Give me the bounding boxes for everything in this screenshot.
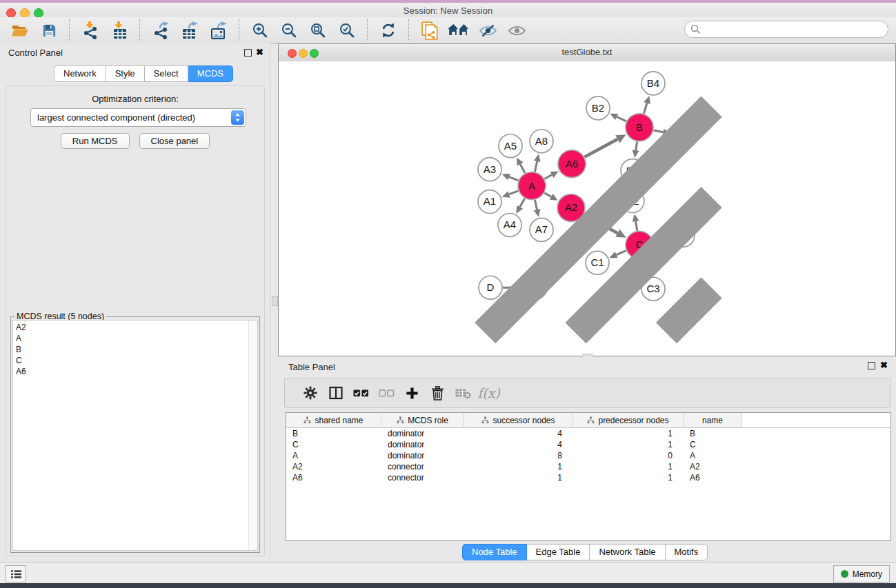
- home-button[interactable]: [444, 19, 473, 42]
- open-folder-icon: [11, 23, 29, 38]
- table-cell: B: [286, 428, 381, 439]
- column-type-icon: [481, 416, 489, 424]
- vertical-splitter-handle[interactable]: [272, 296, 278, 306]
- zoom-out-icon: [281, 22, 297, 39]
- column-header[interactable]: MCDS role: [381, 413, 464, 427]
- search-field: [684, 21, 888, 38]
- zoom-out-button[interactable]: [275, 19, 303, 42]
- columns-icon: [329, 386, 343, 400]
- export-table-icon: [181, 21, 199, 39]
- export-image-icon: [210, 21, 228, 39]
- import-table-button[interactable]: [105, 19, 134, 42]
- tab-select[interactable]: Select: [145, 65, 188, 82]
- control-panel-header: Control Panel ✖: [0, 43, 270, 61]
- table-body: Bdominator41BCdominator41CAdominator80AA…: [286, 428, 890, 483]
- run-mcds-button[interactable]: Run MCDS: [61, 133, 130, 149]
- control-panel-title: Control Panel: [8, 48, 63, 58]
- network-view-window: testGlobe.txt B4B2BB3A5A8A6B1A3AA1C2A2A4…: [278, 43, 896, 356]
- memory-label: Memory: [853, 569, 882, 579]
- table-cell: 1: [464, 472, 573, 483]
- column-header[interactable]: name: [684, 413, 742, 427]
- optimization-criterion-label: Optimization criterion:: [6, 94, 264, 104]
- resize-grip-icon[interactable]: [279, 61, 895, 356]
- select-all-button[interactable]: [348, 381, 374, 405]
- main-toolbar: [0, 17, 896, 44]
- column-type-icon: [303, 416, 311, 424]
- table-cell: 1: [464, 461, 573, 472]
- deselect-all-icon: [379, 389, 395, 397]
- trash-icon: [431, 386, 444, 401]
- tab-edge-table[interactable]: Edge Table: [527, 544, 590, 560]
- column-header[interactable]: successor nodes: [464, 413, 573, 427]
- open-session-button[interactable]: [6, 19, 34, 42]
- tab-network[interactable]: Network: [54, 65, 106, 82]
- select-all-icon: [353, 389, 369, 397]
- table-cell: dominator: [381, 450, 464, 461]
- float-panel-icon[interactable]: [244, 49, 252, 57]
- clone-network-button[interactable]: [415, 19, 444, 42]
- table-row[interactable]: Cdominator41C: [286, 439, 890, 450]
- close-table-panel-icon[interactable]: ✖: [880, 360, 888, 370]
- show-columns-button[interactable]: [323, 381, 348, 405]
- node-table[interactable]: shared nameMCDS rolesuccessor nodesprede…: [286, 412, 891, 541]
- result-item[interactable]: A2: [13, 322, 257, 333]
- result-item[interactable]: B: [13, 344, 257, 355]
- function-builder-button[interactable]: f(x): [476, 381, 501, 405]
- table-cell: A6: [286, 472, 381, 483]
- search-input[interactable]: [684, 21, 888, 38]
- zoom-fit-icon: [310, 22, 326, 39]
- table-cell: B: [684, 428, 742, 439]
- zoom-selected-icon: [339, 22, 355, 39]
- window-titlebar[interactable]: Session: New Session: [0, 3, 896, 18]
- criterion-select[interactable]: largest connected component (directed): [30, 108, 246, 127]
- create-column-button[interactable]: [399, 381, 425, 405]
- memory-button[interactable]: Memory: [833, 565, 890, 582]
- result-item[interactable]: A: [13, 333, 257, 344]
- column-type-icon: [397, 416, 404, 424]
- table-settings-button[interactable]: [297, 381, 323, 405]
- import-network-button[interactable]: [76, 19, 105, 42]
- zoom-fit-button[interactable]: [303, 19, 332, 42]
- float-table-panel-icon[interactable]: [868, 362, 875, 369]
- column-header[interactable]: predecessor nodes: [573, 413, 684, 427]
- close-panel-button[interactable]: Close panel: [139, 133, 210, 149]
- memory-status-icon: [841, 570, 848, 578]
- mcds-result-box: MCDS result (5 nodes) A2ABCA6: [10, 316, 260, 553]
- delete-table-button[interactable]: [450, 381, 476, 405]
- tab-style[interactable]: Style: [106, 65, 145, 82]
- table-cell: 8: [464, 450, 573, 461]
- task-history-button[interactable]: [6, 565, 26, 582]
- control-panel-tabs: Network Style Select MCDS: [54, 65, 233, 81]
- table-row[interactable]: Adominator80A: [286, 450, 890, 461]
- export-image-button[interactable]: [204, 19, 233, 42]
- delete-table-icon: [455, 387, 471, 399]
- table-row[interactable]: Bdominator41B: [286, 428, 890, 439]
- tab-network-table[interactable]: Network Table: [590, 544, 665, 560]
- import-network-icon: [81, 21, 99, 39]
- delete-columns-button[interactable]: [425, 381, 450, 405]
- zoom-in-button[interactable]: [246, 19, 275, 42]
- table-row[interactable]: A2connector11A2: [286, 461, 890, 472]
- close-panel-icon[interactable]: ✖: [256, 47, 263, 57]
- tab-mcds[interactable]: MCDS: [188, 65, 233, 82]
- tab-node-table[interactable]: Node Table: [462, 544, 527, 560]
- table-panel-title: Table Panel: [288, 362, 335, 372]
- result-item[interactable]: A6: [13, 366, 257, 377]
- network-canvas[interactable]: B4B2BB3A5A8A6B1A3AA1C2A2A4A7C4CC1C3DD1: [279, 61, 895, 356]
- refresh-icon: [380, 22, 397, 39]
- show-graphics-details-button[interactable]: [502, 19, 531, 42]
- save-session-button[interactable]: [34, 19, 63, 42]
- export-table-button[interactable]: [175, 19, 204, 42]
- zoom-selected-button[interactable]: [332, 19, 361, 42]
- refresh-layout-button[interactable]: [374, 19, 403, 42]
- result-item[interactable]: C: [13, 355, 257, 366]
- network-window-titlebar[interactable]: testGlobe.txt: [279, 44, 895, 62]
- result-scrollbar[interactable]: [248, 321, 257, 550]
- hide-graphics-details-button[interactable]: [473, 19, 502, 42]
- column-header[interactable]: shared name: [286, 413, 381, 427]
- table-row[interactable]: A6connector11A6: [286, 472, 890, 483]
- list-icon: [11, 569, 21, 579]
- export-network-button[interactable]: [146, 19, 175, 42]
- deselect-all-button[interactable]: [374, 381, 399, 405]
- tab-motifs[interactable]: Motifs: [666, 544, 708, 560]
